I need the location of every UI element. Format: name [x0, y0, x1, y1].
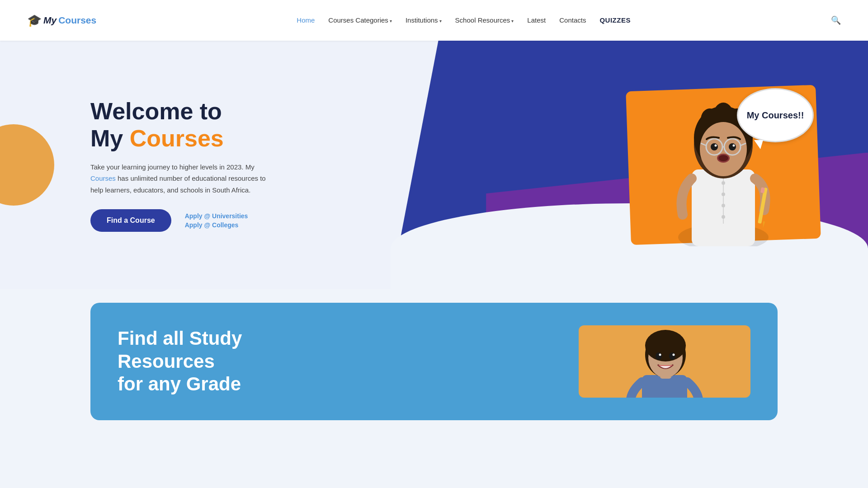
logo-hat-icon: 🎓	[27, 14, 42, 28]
hero-title-line1: Welcome to	[90, 98, 222, 124]
apply-universities-link[interactable]: Apply @ Universities	[185, 212, 248, 220]
bottom-section: Find all Study Resources for any Grade	[0, 289, 868, 434]
hero-section: Welcome to My Courses Take your learning…	[0, 41, 868, 289]
logo-courses-text: Courses	[58, 15, 96, 26]
study-card-image	[579, 325, 750, 398]
hero-title-highlight: Courses	[130, 125, 224, 151]
study-card-text: Find all Study Resources for any Grade	[118, 327, 289, 395]
nav-school-resources[interactable]: School Resources▾	[455, 16, 514, 24]
svg-point-22	[733, 145, 735, 147]
hero-title-line2: My	[90, 125, 130, 151]
study-person-svg	[579, 325, 750, 398]
svg-point-33	[656, 352, 662, 360]
svg-marker-26	[762, 221, 765, 228]
colleges-text: Colleges	[212, 221, 238, 229]
hero-title: Welcome to My Courses	[90, 98, 280, 152]
svg-point-19	[711, 143, 718, 150]
speech-bubble: My Courses!!	[737, 88, 814, 142]
nav-institutions[interactable]: Institutions▾	[406, 16, 442, 24]
apply-links: Apply @ Universities Apply @ Colleges	[185, 212, 248, 229]
apply-colleges-link[interactable]: Apply @ Colleges	[185, 221, 248, 229]
svg-point-4	[722, 192, 725, 196]
find-course-button[interactable]: Find a Course	[90, 209, 171, 232]
hero-actions: Find a Course Apply @ Universities Apply…	[90, 209, 280, 232]
hero-courses-link[interactable]: Courses	[90, 174, 116, 182]
nav-links: Home Courses Categories▾ Institutions▾ S…	[297, 16, 631, 24]
search-icon[interactable]: 🔍	[831, 15, 841, 25]
svg-point-6	[722, 215, 725, 219]
study-card: Find all Study Resources for any Grade	[90, 303, 778, 420]
svg-point-32	[645, 330, 686, 361]
school-resources-arrow: ▾	[511, 19, 514, 23]
courses-categories-arrow: ▾	[390, 19, 392, 23]
navbar: 🎓 My Courses Home Courses Categories▾ In…	[0, 0, 868, 41]
svg-point-24	[718, 155, 728, 161]
nav-home[interactable]: Home	[297, 16, 315, 24]
nav-quizzes[interactable]: QUIZZES	[599, 16, 631, 24]
svg-point-21	[715, 145, 717, 147]
logo-my-text: My	[43, 15, 57, 26]
svg-point-5	[722, 204, 725, 207]
hero-image-area: My Courses!!	[606, 79, 823, 251]
nav-contacts[interactable]: Contacts	[559, 16, 586, 24]
nav-latest[interactable]: Latest	[527, 16, 546, 24]
svg-point-20	[729, 143, 736, 150]
svg-point-35	[659, 354, 661, 356]
hero-description: Take your learning journey to higher lev…	[90, 161, 280, 196]
hero-content: Welcome to My Courses Take your learning…	[0, 98, 280, 232]
institutions-arrow: ▾	[439, 19, 442, 23]
svg-point-34	[669, 352, 675, 360]
nav-courses-categories[interactable]: Courses Categories▾	[328, 16, 392, 24]
svg-point-36	[673, 354, 675, 356]
logo[interactable]: 🎓 My Courses	[27, 14, 96, 28]
study-card-title: Find all Study Resources for any Grade	[118, 327, 289, 395]
svg-point-3	[722, 181, 725, 185]
universities-text: Universities	[212, 212, 248, 220]
